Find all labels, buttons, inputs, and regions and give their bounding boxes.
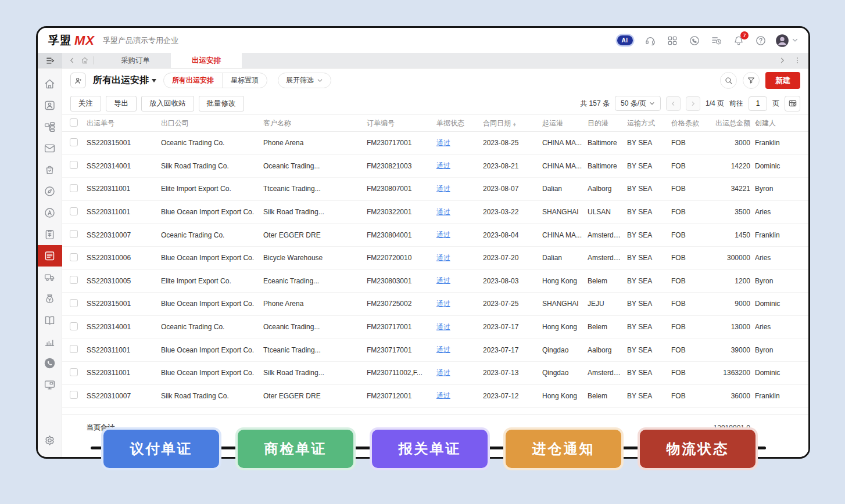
row-checkbox[interactable] bbox=[70, 138, 78, 146]
cell-4[interactable]: 通过 bbox=[436, 368, 483, 378]
flow-button-4[interactable]: 物流状态 bbox=[638, 427, 758, 470]
flow-button-1[interactable]: 商检单证 bbox=[235, 427, 356, 470]
row-checkbox[interactable] bbox=[70, 184, 78, 192]
cell-4[interactable]: 通过 bbox=[436, 276, 483, 286]
sidebar-item-gear[interactable] bbox=[38, 430, 62, 451]
sidebar-item-circle-a[interactable] bbox=[38, 202, 62, 224]
page-size-select[interactable]: 50 条/页 bbox=[615, 96, 661, 111]
row-checkbox[interactable] bbox=[70, 161, 78, 169]
status-link[interactable]: 通过 bbox=[436, 254, 450, 262]
table-row[interactable]: SS220310006Blue Ocean Import Export Co.B… bbox=[62, 247, 808, 270]
sidebar-item-truck[interactable] bbox=[38, 267, 62, 288]
sidebar-item-document-list[interactable] bbox=[38, 245, 62, 267]
user-avatar-icon[interactable] bbox=[774, 31, 799, 50]
tab-purchase-orders[interactable]: 采购订单 bbox=[100, 53, 171, 68]
table-row[interactable]: SS220311001Elite Import Export Co.Ttcean… bbox=[62, 178, 808, 201]
task-list-icon[interactable] bbox=[707, 31, 726, 50]
quick-filter-0[interactable]: 所有出运安排 bbox=[164, 73, 222, 88]
status-link[interactable]: 通过 bbox=[436, 139, 450, 147]
goto-page-input[interactable] bbox=[749, 96, 767, 111]
search-icon[interactable] bbox=[720, 72, 737, 89]
assign-person-icon[interactable] bbox=[70, 73, 86, 88]
row-checkbox[interactable] bbox=[70, 207, 78, 215]
next-page-button[interactable] bbox=[686, 96, 700, 111]
cell-4[interactable]: 通过 bbox=[436, 138, 483, 148]
cell-4[interactable]: 通过 bbox=[436, 345, 483, 355]
view-selector[interactable]: 所有出运安排 bbox=[93, 74, 156, 87]
row-checkbox[interactable] bbox=[70, 230, 78, 238]
table-row[interactable]: SS220314001Silk Road Trading Co.Oceanic … bbox=[62, 155, 808, 178]
status-link[interactable]: 通过 bbox=[436, 369, 450, 377]
more-menu-icon[interactable] bbox=[793, 56, 801, 64]
table-row[interactable]: SS220315001Blue Ocean Import Export Co.P… bbox=[62, 293, 808, 316]
back-chevron-icon[interactable] bbox=[68, 56, 76, 64]
table-row[interactable]: SS220315001Oceanic Trading Co.Phone Aren… bbox=[62, 132, 808, 155]
status-link[interactable]: 通过 bbox=[436, 323, 450, 331]
status-link[interactable]: 通过 bbox=[436, 345, 450, 354]
collapse-menu-icon[interactable] bbox=[38, 53, 62, 68]
sidebar-item-bag[interactable] bbox=[38, 159, 62, 181]
sidebar-item-monitor[interactable] bbox=[38, 374, 62, 395]
cell-4[interactable]: 通过 bbox=[436, 391, 483, 401]
cell-4[interactable]: 通过 bbox=[436, 322, 483, 332]
bell-icon[interactable]: 7 bbox=[729, 31, 748, 50]
flow-button-3[interactable]: 进仓通知 bbox=[503, 427, 624, 470]
sort-icon[interactable]: ▲▼ bbox=[513, 123, 516, 127]
bulk-action-1[interactable]: 导出 bbox=[106, 96, 137, 111]
row-checkbox[interactable] bbox=[70, 276, 78, 284]
sidebar-item-home[interactable] bbox=[38, 73, 62, 95]
cell-4[interactable]: 通过 bbox=[436, 184, 483, 194]
table-row[interactable]: SS220310005Elite Import Export Co.Eceani… bbox=[62, 270, 808, 293]
row-checkbox[interactable] bbox=[70, 253, 78, 261]
quick-filter-1[interactable]: 星标置顶 bbox=[222, 73, 267, 88]
sidebar-item-compass[interactable] bbox=[38, 181, 62, 202]
sidebar-item-open-book[interactable] bbox=[38, 309, 62, 331]
status-link[interactable]: 通过 bbox=[436, 276, 450, 285]
status-link[interactable]: 通过 bbox=[436, 300, 450, 308]
sidebar-item-org-chart[interactable] bbox=[38, 116, 62, 138]
flow-button-2[interactable]: 报关单证 bbox=[370, 427, 490, 470]
status-link[interactable]: 通过 bbox=[436, 231, 450, 239]
forward-chevron-icon[interactable] bbox=[778, 56, 786, 64]
table-row[interactable]: SS220314001Oceanic Trading Co.Oceanic Tr… bbox=[62, 316, 808, 339]
col-header-5[interactable]: 合同日期▲▼ bbox=[483, 118, 542, 128]
table-settings-icon[interactable] bbox=[785, 96, 800, 111]
table-row[interactable]: SS220310007Oceanic Trading Co.Oter EGGER… bbox=[62, 224, 808, 247]
row-checkbox[interactable] bbox=[70, 299, 78, 307]
cell-4[interactable]: 通过 bbox=[436, 253, 483, 263]
bulk-action-2[interactable]: 放入回收站 bbox=[141, 96, 194, 111]
cell-4[interactable]: 通过 bbox=[436, 207, 483, 217]
row-checkbox[interactable] bbox=[70, 368, 78, 376]
cell-4[interactable]: 通过 bbox=[436, 161, 483, 171]
sidebar-item-bar-chart[interactable] bbox=[38, 331, 62, 352]
sidebar-item-contact-card[interactable] bbox=[38, 95, 62, 116]
status-link[interactable]: 通过 bbox=[436, 185, 450, 193]
flow-button-0[interactable]: 议付单证 bbox=[101, 427, 221, 470]
cell-4[interactable]: 通过 bbox=[436, 299, 483, 309]
filter-funnel-icon[interactable] bbox=[743, 72, 760, 89]
help-icon[interactable] bbox=[751, 31, 770, 50]
sidebar-item-mail[interactable] bbox=[38, 138, 62, 159]
create-new-button[interactable]: 新建 bbox=[765, 72, 800, 89]
whatsapp-icon[interactable] bbox=[685, 31, 704, 50]
sidebar-item-whatsapp-filled[interactable] bbox=[38, 352, 62, 374]
row-checkbox[interactable] bbox=[70, 345, 78, 353]
ai-assistant-icon[interactable]: AI bbox=[612, 31, 638, 50]
sidebar-item-clipboard-money[interactable] bbox=[38, 224, 62, 245]
home-tab-icon[interactable] bbox=[81, 56, 89, 64]
table-row[interactable]: SS220311001Blue Ocean Import Export Co.S… bbox=[62, 362, 808, 385]
cell-4[interactable]: 通过 bbox=[436, 230, 483, 240]
row-checkbox[interactable] bbox=[70, 322, 78, 330]
row-checkbox[interactable] bbox=[70, 391, 78, 399]
bulk-action-0[interactable]: 关注 bbox=[70, 96, 101, 111]
table-row[interactable]: SS220310007Silk Road Trading Co.Oter EGG… bbox=[62, 385, 808, 408]
prev-page-button[interactable] bbox=[666, 96, 681, 111]
expand-filter-button[interactable]: 展开筛选 bbox=[278, 73, 331, 88]
apps-grid-icon[interactable] bbox=[663, 31, 682, 50]
bulk-action-3[interactable]: 批量修改 bbox=[199, 96, 244, 111]
sidebar-item-money-bag[interactable] bbox=[38, 288, 62, 309]
table-row[interactable]: SS220311001Blue Ocean Import Export Co.S… bbox=[62, 201, 808, 224]
headset-icon[interactable] bbox=[641, 31, 660, 50]
table-row[interactable]: SS220311001Blue Ocean Import Export Co.T… bbox=[62, 339, 808, 362]
status-link[interactable]: 通过 bbox=[436, 208, 450, 216]
